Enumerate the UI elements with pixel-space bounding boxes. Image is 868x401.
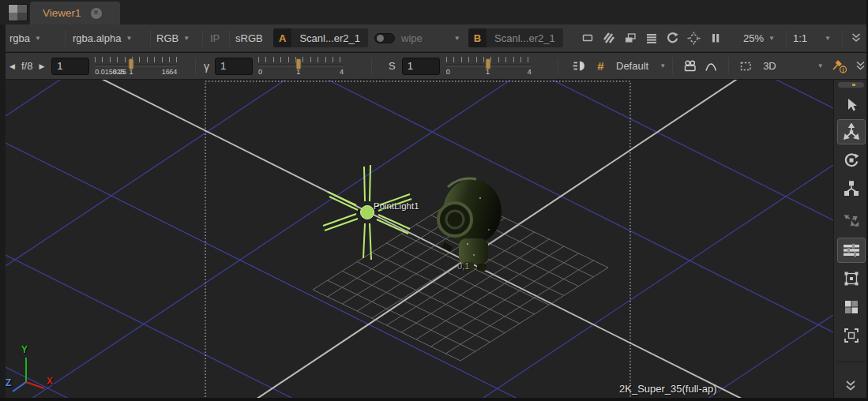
saturation-slider[interactable]: 0 1 4: [446, 54, 532, 78]
axis-z-label: Z: [6, 377, 11, 388]
viewer-colorspace-button[interactable]: sRGB: [235, 24, 263, 51]
chevron-down-icon: ▼: [126, 35, 132, 42]
divider: [65, 30, 66, 47]
a-input-selector[interactable]: A Scanl...er2_1: [273, 28, 368, 47]
float-viewer-icon: [624, 32, 637, 44]
toolbar-drag-handle[interactable]: [838, 82, 864, 88]
alpha-channel-dropdown[interactable]: rgba.alpha▼: [73, 24, 132, 51]
double-chevron-down-icon: [843, 379, 859, 393]
grid-axis-lines: [6, 80, 833, 401]
scanline-mode-button[interactable]: [641, 28, 662, 48]
tab-viewer1[interactable]: Viewer1 ✕: [30, 2, 120, 24]
multi-slider-tool-button[interactable]: [837, 238, 866, 263]
rotate-tool-button[interactable]: [837, 148, 866, 173]
gain-input[interactable]: [51, 58, 89, 75]
scale-hierarchy-icon: [843, 180, 860, 197]
pause-button[interactable]: [705, 28, 726, 48]
fstop-prev-button[interactable]: ◀: [6, 62, 18, 70]
frame-selection-button[interactable]: [837, 323, 866, 348]
bars-icon: [842, 242, 861, 259]
divider: [229, 30, 230, 47]
divider: [842, 30, 843, 47]
scale-tool-button[interactable]: [837, 176, 866, 201]
viewer-toolbar-exposure: ◀ f/8 ▶ 0.015625 0.25 1 16 64 γ: [0, 53, 866, 80]
gamma-input[interactable]: [215, 58, 253, 75]
divider: [195, 58, 196, 75]
grid-coordinate-label: 0,1: [457, 261, 469, 271]
screen-transform-tool-button[interactable]: [837, 208, 866, 233]
panel-left-edge: [0, 24, 6, 401]
a-label: A: [273, 28, 291, 47]
display-window-button[interactable]: [577, 28, 598, 48]
refresh-icon: [666, 32, 679, 45]
panel-bottom-edge: [0, 398, 866, 401]
slider-track: [95, 65, 177, 66]
divider: [786, 30, 787, 47]
zoom-level-dropdown[interactable]: 25%▼: [743, 24, 775, 51]
quad-view-button[interactable]: [837, 294, 866, 320]
scanline-icon: [645, 32, 658, 44]
light-name-label: PointLight1: [374, 201, 419, 211]
frame-brackets-icon: [843, 327, 860, 344]
pane-menu-icon[interactable]: [8, 4, 28, 21]
tools-expand-button[interactable]: [843, 379, 859, 393]
screen-arrows-icon: [843, 212, 860, 229]
toolbar-expand-button[interactable]: [850, 24, 862, 51]
lock-to-camera-button[interactable]: [679, 56, 701, 77]
ab-compare-group: A Scanl...er2_1 wipe▼ B Scanl...er2_1: [273, 24, 563, 51]
fstop-next-button[interactable]: ▶: [36, 62, 47, 70]
point-light-gizmo[interactable]: [323, 165, 411, 260]
3d-viewport[interactable]: PointLight1 0,1 2K_Super_35(full-ap) Y X…: [6, 80, 833, 401]
vertex-selection-tool-button[interactable]: [837, 266, 866, 291]
selection-marquee-button[interactable]: [735, 56, 757, 77]
float-viewer-button[interactable]: [619, 28, 641, 48]
roi-button[interactable]: [683, 28, 705, 48]
gamma-control-group: γ 0 1 4: [204, 53, 344, 79]
chevron-down-icon: ▼: [659, 62, 666, 69]
curve-icon: [705, 60, 718, 73]
pixel-aspect-dropdown[interactable]: 1:1▼: [793, 24, 831, 51]
lamp-icon: [573, 59, 587, 73]
saturation-input[interactable]: [402, 58, 440, 75]
3d-tools-column: [833, 80, 868, 401]
refresh-button[interactable]: [662, 28, 683, 48]
chevron-down-icon: ▼: [817, 62, 824, 69]
grid-lines-blue: [6, 80, 833, 401]
axis-y-label: Y: [21, 344, 28, 355]
layer-dropdown[interactable]: rgba▼: [9, 24, 41, 51]
tab-close-icon[interactable]: ✕: [91, 8, 102, 19]
wipe-mode-dropdown[interactable]: wipe▼: [401, 24, 460, 51]
b-input-name: Scanl...er2_1: [487, 32, 563, 44]
fstop-label: f/8: [18, 60, 36, 72]
guides-preset-dropdown[interactable]: Default▼: [616, 60, 666, 72]
chevron-down-icon: ▼: [183, 35, 190, 42]
saturation-control-group: S 0 1 4: [389, 53, 532, 79]
input-process-toggle[interactable]: IP: [210, 24, 220, 51]
tab-title: Viewer1: [43, 7, 81, 19]
quad-checker-icon: [843, 298, 860, 316]
proxy-stripes-button[interactable]: [598, 28, 619, 48]
translate-icon: [843, 123, 860, 141]
roi-icon: [687, 32, 701, 45]
divider: [728, 58, 729, 74]
translate-tool-button[interactable]: [837, 119, 866, 144]
format-name-label: 2K_Super_35(full-ap): [619, 383, 717, 395]
marquee-icon: [739, 60, 753, 73]
divider: [558, 58, 558, 75]
gain-slider[interactable]: 0.015625 0.25 1 16 64: [95, 54, 177, 78]
guides-overlay-button[interactable]: #: [590, 56, 611, 77]
b-input-selector[interactable]: B Scanl...er2_1: [468, 28, 563, 47]
gamma-slider[interactable]: 0 1 4: [258, 54, 344, 78]
viewer-curve-button[interactable]: [701, 56, 722, 77]
view-mode-dropdown[interactable]: 3D▼: [763, 60, 824, 72]
wipe-toggle[interactable]: [374, 33, 395, 43]
tab-bar: Viewer1 ✕: [0, 0, 866, 24]
sample-color-button[interactable]: [831, 53, 848, 79]
select-tool-button[interactable]: [837, 92, 866, 118]
display-channels-dropdown[interactable]: RGB▼: [156, 24, 190, 51]
character-model[interactable]: [438, 178, 502, 271]
input-process-lamp-button[interactable]: [569, 56, 590, 77]
toolbar-expand-button-2[interactable]: [855, 53, 866, 79]
b-label: B: [468, 28, 487, 47]
gain-control-group: ◀ f/8 ▶ 0.015625 0.25 1 16 64: [6, 53, 177, 79]
